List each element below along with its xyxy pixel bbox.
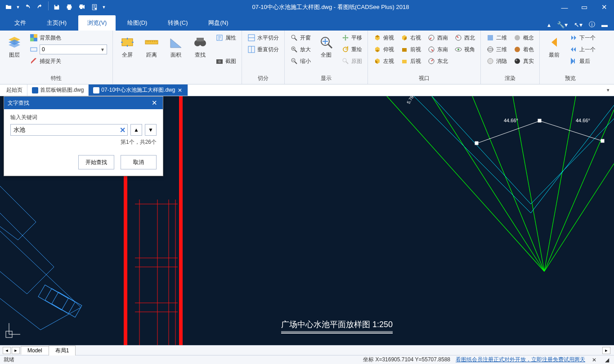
- status-close-icon[interactable]: ✕: [591, 356, 598, 364]
- find-input[interactable]: [10, 124, 128, 136]
- zoom-in-button[interactable]: 放大: [288, 44, 313, 55]
- layer-combo[interactable]: 0▼: [40, 44, 107, 54]
- info-icon[interactable]: ⓘ: [587, 19, 597, 31]
- bg-color-button[interactable]: 背景颜色: [28, 32, 109, 43]
- menu-draw[interactable]: 绘图(D): [118, 15, 156, 31]
- sw-view-button[interactable]: 西南: [426, 32, 450, 43]
- snap-icon: [30, 57, 38, 65]
- tabs-overflow-icon[interactable]: ▾: [602, 85, 614, 95]
- batch-print-icon[interactable]: [76, 1, 88, 13]
- tab-scroll-left[interactable]: ◄: [3, 347, 11, 354]
- find-dialog: 文字查找 ✕ 输入关键词 ✕ ▲ ▼ 第1个，共26个 开始查找 取消: [4, 96, 163, 176]
- bottom-view-button[interactable]: 仰视: [372, 44, 396, 55]
- redo-icon[interactable]: [34, 1, 46, 13]
- drawing-canvas[interactable]: 44.66° 44.66° 5.78 广场中心水池平面放样图 1:250 文字查…: [0, 96, 614, 345]
- properties-button[interactable]: 属性: [214, 32, 238, 43]
- preview-icon[interactable]: [89, 1, 100, 13]
- window-zoom-button[interactable]: 开窗: [288, 32, 313, 43]
- last-button[interactable]: 最后: [568, 56, 597, 67]
- iso-view-button[interactable]: 视角: [453, 44, 477, 55]
- next-button[interactable]: 下一个: [568, 32, 597, 43]
- svg-line-26: [346, 62, 348, 64]
- clear-input-icon[interactable]: ✕: [117, 124, 128, 135]
- minimize-button[interactable]: —: [555, 0, 574, 14]
- find-dialog-title[interactable]: 文字查找 ✕: [4, 97, 163, 109]
- prev-button[interactable]: 上一个: [568, 44, 597, 55]
- qat-dropdown[interactable]: ▼: [101, 1, 107, 13]
- redraw-button[interactable]: 重绘: [340, 44, 364, 55]
- svg-rect-61: [475, 142, 478, 145]
- ne-view-button[interactable]: 东北: [426, 56, 450, 67]
- 2d-button[interactable]: 二维: [484, 32, 509, 43]
- fullscreen-button[interactable]: 全屏: [117, 32, 138, 61]
- pan-button[interactable]: 平移: [340, 32, 364, 43]
- ribbon-group-label: 视口: [372, 74, 477, 84]
- extents-icon: [318, 34, 334, 50]
- hide-icon: [486, 57, 494, 65]
- tab-scroll-right[interactable]: ►: [12, 347, 20, 354]
- screenshot-button[interactable]: 截图: [214, 56, 238, 67]
- save-icon[interactable]: [51, 1, 63, 13]
- menu-convert[interactable]: 转换(C): [159, 15, 197, 31]
- snap-button[interactable]: 捕捉开关: [28, 56, 109, 67]
- close-dialog-icon[interactable]: ✕: [150, 99, 159, 107]
- menu-file[interactable]: 文件: [5, 15, 35, 31]
- 3d-button[interactable]: 三维: [484, 44, 509, 55]
- close-button[interactable]: ✕: [594, 0, 614, 14]
- concept-icon: [513, 34, 521, 42]
- concept-button[interactable]: 概念: [511, 32, 536, 43]
- se-view-button[interactable]: 东南: [426, 44, 450, 55]
- print-icon[interactable]: [63, 1, 75, 13]
- real-button[interactable]: 真实: [511, 56, 536, 67]
- collapse-ribbon-icon[interactable]: ▴: [546, 19, 552, 30]
- shade-button[interactable]: 着色: [511, 44, 536, 55]
- recent-button[interactable]: 最前: [543, 32, 565, 61]
- ruler-icon: [143, 34, 160, 50]
- layout-tab[interactable]: 布局1: [49, 346, 76, 355]
- svg-line-24: [328, 44, 332, 48]
- svg-point-39: [515, 35, 520, 40]
- right-view-button[interactable]: 右视: [399, 32, 423, 43]
- open-dropdown[interactable]: ▼: [15, 1, 21, 13]
- ribbon-group-display: 开窗 放大 缩小 全图 平移 重绘 原图 显示: [285, 31, 368, 84]
- layer-button[interactable]: 图层: [4, 32, 25, 61]
- maximize-button[interactable]: ▭: [574, 0, 594, 14]
- distance-button[interactable]: 距离: [141, 32, 162, 61]
- doctab-file1[interactable]: 首层板钢筋图.dwg: [27, 84, 89, 96]
- status-link[interactable]: 看图纸会员注册正式对外开放，立即注册免费试用两天: [456, 356, 585, 364]
- find-start-button[interactable]: 开始查找: [78, 155, 114, 169]
- open-icon[interactable]: [3, 1, 14, 13]
- angle-label-2: 44.66°: [576, 118, 590, 123]
- find-next-button[interactable]: ▼: [145, 124, 157, 136]
- settings-icon[interactable]: 🔧▾: [555, 19, 569, 30]
- find-button[interactable]: 查找: [189, 32, 211, 61]
- hscroll-right[interactable]: ►: [602, 347, 610, 354]
- undo-icon[interactable]: [22, 1, 33, 13]
- original-button[interactable]: 原图: [340, 56, 364, 67]
- nw-view-button[interactable]: 西北: [453, 32, 477, 43]
- model-tab[interactable]: Model: [21, 346, 49, 355]
- help-icon[interactable]: ▬: [600, 19, 610, 30]
- vsplit-button[interactable]: 垂直切分: [246, 44, 281, 55]
- status-resize-icon[interactable]: ◢: [603, 356, 610, 364]
- extents-button[interactable]: 全图: [315, 32, 337, 61]
- cursor-icon[interactable]: ↖▾: [572, 19, 584, 30]
- top-view-button[interactable]: 俯视: [372, 32, 396, 43]
- menu-home[interactable]: 主页(H): [38, 15, 76, 31]
- zoom-out-button[interactable]: 缩小: [288, 56, 313, 67]
- find-prev-button[interactable]: ▲: [130, 124, 142, 136]
- menu-netdisk[interactable]: 网盘(N): [199, 15, 237, 31]
- hsplit-button[interactable]: 水平切分: [246, 32, 281, 43]
- svg-rect-2: [34, 34, 37, 38]
- area-button[interactable]: 面积: [165, 32, 187, 61]
- doctab-file2[interactable]: 07-10中心水池施工大样图.dwg✕: [89, 84, 188, 96]
- hide-button[interactable]: 消隐: [484, 56, 509, 67]
- find-cancel-button[interactable]: 取消: [121, 155, 157, 169]
- front-view-button[interactable]: 前视: [399, 44, 423, 55]
- doctab-start[interactable]: 起始页: [2, 84, 27, 96]
- menu-view[interactable]: 浏览(V): [78, 15, 116, 31]
- back-view-button[interactable]: 后视: [399, 56, 423, 67]
- ribbon-group-label: 特性: [4, 74, 109, 84]
- left-view-button[interactable]: 左视: [372, 56, 396, 67]
- close-tab-icon[interactable]: ✕: [177, 87, 183, 93]
